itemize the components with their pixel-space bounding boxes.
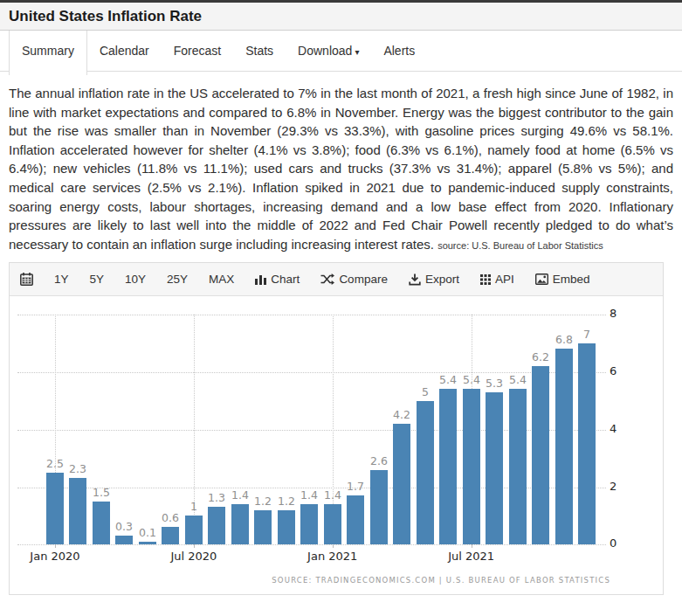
bar[interactable]	[578, 343, 596, 544]
bar-value-label: 5	[410, 385, 440, 398]
tab-summary[interactable]: Summary	[9, 31, 87, 75]
bar[interactable]	[139, 542, 156, 544]
tab-stats[interactable]: Stats	[233, 31, 286, 72]
x-axis-tick-label: Jan 2020	[20, 550, 90, 563]
tab-alerts[interactable]: Alerts	[371, 31, 427, 72]
chart-button-label: Chart	[271, 273, 300, 286]
bar-value-label: 6.2	[526, 350, 555, 363]
gridline-horizontal	[17, 544, 606, 545]
y-axis-tick-label: 6	[610, 364, 630, 377]
bar[interactable]	[278, 510, 295, 544]
page-title: United States Inflation Rate	[9, 8, 202, 25]
y-axis-tick-label: 0	[610, 536, 630, 550]
y-axis-tick-label: 2	[610, 480, 630, 493]
export-download-icon	[409, 273, 421, 286]
chart-toolbar: 1Y 5Y 10Y 25Y MAX Chart Compare	[10, 263, 663, 296]
bar-value-label: 2.6	[364, 454, 394, 467]
api-grid-icon	[480, 274, 491, 285]
caret-down-icon: ▾	[355, 47, 359, 57]
calendar-button[interactable]	[20, 273, 33, 286]
range-max-button[interactable]: MAX	[209, 273, 234, 286]
summary-paragraph: The annual inflation rate in the US acce…	[9, 84, 673, 253]
bar[interactable]	[393, 424, 410, 544]
calendar-icon	[20, 273, 33, 286]
bar[interactable]	[300, 504, 318, 544]
bar[interactable]	[370, 470, 388, 544]
summary-source-note: source: U.S. Bureau of Labor Statistics	[437, 240, 603, 251]
bar[interactable]	[509, 389, 527, 544]
bar-value-label: 1.7	[341, 480, 370, 493]
bar-value-label: 4.2	[387, 408, 417, 421]
y-axis-tick-label: 4	[610, 422, 630, 435]
chart-widget: 1Y 5Y 10Y 25Y MAX Chart Compare	[9, 262, 664, 595]
bar[interactable]	[231, 504, 249, 544]
api-button[interactable]: API	[480, 273, 514, 286]
bar-value-label: 0.1	[133, 526, 162, 539]
x-axis-tick-label: Jul 2021	[437, 550, 506, 563]
bar-value-label: 1.5	[86, 486, 116, 499]
bar[interactable]	[185, 516, 203, 544]
page-header: United States Inflation Rate	[0, 3, 682, 31]
x-axis-tick	[55, 544, 56, 548]
bar[interactable]	[115, 536, 133, 544]
embed-image-icon	[535, 273, 548, 285]
bar[interactable]	[555, 349, 573, 544]
export-button-label: Export	[425, 273, 459, 286]
compare-button-label: Compare	[339, 273, 388, 286]
bar[interactable]	[417, 401, 434, 544]
bar-value-label: 2.3	[63, 462, 93, 475]
range-1y-button[interactable]: 1Y	[54, 273, 69, 286]
bar-value-label: 5.4	[503, 373, 533, 386]
bar[interactable]	[69, 478, 86, 544]
embed-button-label: Embed	[553, 273, 590, 286]
bar-chart-icon	[255, 273, 266, 285]
api-button-label: API	[495, 273, 514, 286]
bar[interactable]	[463, 389, 480, 544]
range-25y-button[interactable]: 25Y	[167, 273, 188, 286]
compare-button[interactable]: Compare	[320, 273, 388, 286]
bar[interactable]	[439, 389, 457, 544]
bar[interactable]	[486, 392, 503, 544]
x-axis-tick	[472, 544, 472, 548]
gridline-horizontal	[17, 315, 606, 315]
range-5y-button[interactable]: 5Y	[90, 273, 105, 286]
bar[interactable]	[347, 495, 364, 544]
chart-source-line: SOURCE: TRADINGECONOMICS.COM | U.S. BURE…	[272, 576, 610, 585]
compare-shuffle-icon	[320, 273, 334, 285]
tab-download-label: Download	[298, 44, 352, 58]
embed-button[interactable]: Embed	[535, 273, 590, 286]
summary-body-text: The annual inflation rate in the US acce…	[9, 86, 673, 252]
tab-bar: Summary Calendar Forecast Stats Download…	[0, 31, 682, 72]
bar[interactable]	[93, 502, 110, 544]
x-axis-tick	[194, 544, 195, 548]
bar[interactable]	[162, 527, 179, 544]
bar-value-label: 7	[572, 328, 602, 341]
y-axis-tick-label: 8	[610, 307, 630, 320]
tab-calendar[interactable]: Calendar	[87, 31, 162, 72]
export-button[interactable]: Export	[409, 273, 459, 286]
chart-type-button[interactable]: Chart	[255, 273, 300, 286]
tab-download[interactable]: Download▾	[286, 31, 371, 72]
bar[interactable]	[208, 507, 225, 544]
bar[interactable]	[532, 366, 549, 544]
bar[interactable]	[324, 504, 341, 544]
bar[interactable]	[254, 510, 272, 544]
bar-chart: SOURCE: TRADINGECONOMICS.COM | U.S. BURE…	[10, 296, 663, 594]
x-axis-tick	[333, 544, 334, 548]
bar-value-label: 0.6	[155, 511, 185, 524]
x-axis-tick-label: Jul 2020	[159, 550, 229, 563]
x-axis-tick-label: Jan 2021	[298, 550, 368, 563]
bar[interactable]	[46, 473, 64, 544]
tab-forecast[interactable]: Forecast	[162, 31, 233, 72]
range-10y-button[interactable]: 10Y	[125, 273, 146, 286]
